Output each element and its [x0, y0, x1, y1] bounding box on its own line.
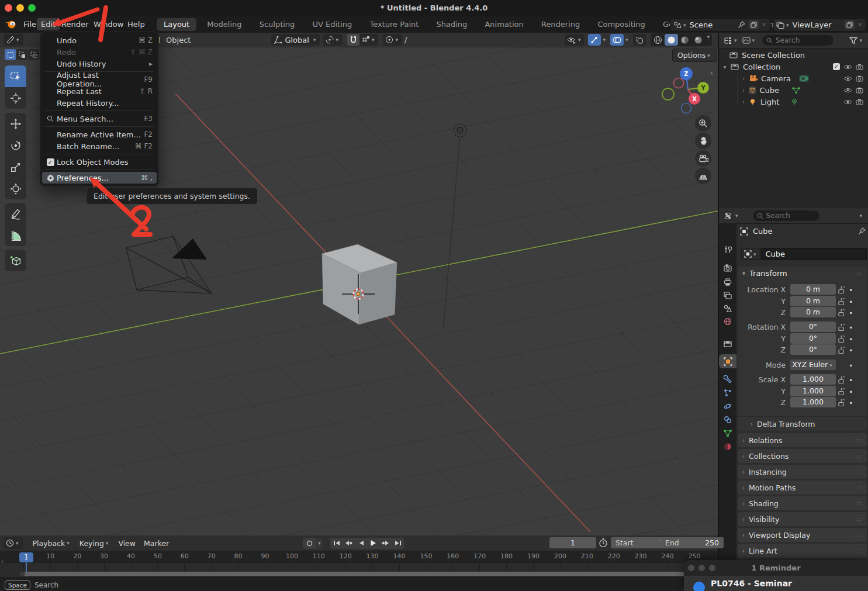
pan-view-button[interactable]	[695, 133, 711, 149]
gizmos-toggle-button[interactable]	[588, 34, 601, 46]
unlock-icon[interactable]	[838, 399, 845, 407]
select-mode-new-button[interactable]	[5, 49, 16, 60]
animate-dot-icon[interactable]: •	[849, 388, 853, 396]
transform-value-field[interactable]: 1.000	[790, 397, 836, 407]
unlock-icon[interactable]	[838, 347, 845, 354]
axis-x-negative-ball[interactable]	[674, 78, 684, 88]
section-viewport-display[interactable]: ›Viewport Display:::	[738, 528, 867, 542]
tool-cursor[interactable]	[5, 87, 26, 109]
object-menu[interactable]: Object	[161, 36, 195, 44]
workspace-tab-texture-paint[interactable]: Texture Paint	[362, 18, 426, 31]
unlock-icon[interactable]	[838, 388, 845, 396]
render-visibility-icon[interactable]	[856, 87, 863, 94]
rotation-mode-dropdown[interactable]: XYZ Euler▾	[790, 360, 836, 370]
tab-material[interactable]	[719, 440, 736, 454]
lock-and-animate[interactable]: •	[838, 388, 853, 396]
animate-dot-icon[interactable]: •	[849, 286, 853, 295]
unlock-icon[interactable]	[838, 376, 845, 384]
properties-search-input[interactable]: Search	[753, 210, 819, 221]
menu-item-repeat-history[interactable]: Repeat History...	[40, 97, 158, 109]
gizmos-dropdown-caret[interactable]: ▾	[603, 37, 606, 43]
render-visibility-icon[interactable]	[856, 75, 863, 82]
transform-value-field[interactable]: 0°	[790, 333, 836, 344]
zoom-view-button[interactable]	[695, 115, 711, 132]
panel-drag-dots[interactable]: :::	[855, 437, 862, 443]
section-shading[interactable]: ›Shading:::	[738, 496, 867, 510]
falloff-icon[interactable]: ∕	[402, 36, 409, 44]
shading-solid-button[interactable]	[665, 34, 678, 46]
transform-panel-header[interactable]: ▾ Transform :::	[738, 267, 867, 279]
tab-object[interactable]	[719, 354, 736, 368]
show-object-types-dropdown[interactable]: ▾	[565, 34, 585, 46]
section-instancing[interactable]: ›Instancing:::	[738, 465, 867, 479]
workspace-tab-compositing[interactable]: Compositing	[590, 18, 652, 31]
panel-drag-dots[interactable]: :::	[855, 500, 862, 506]
timeline-menu-view[interactable]: View	[114, 539, 140, 548]
timeline-menu-marker[interactable]: Marker	[140, 539, 173, 548]
frame-end-field[interactable]: End250	[660, 537, 724, 548]
axis-y-negative-ball[interactable]	[662, 88, 674, 100]
tool-transform[interactable]	[5, 178, 26, 199]
menu-help[interactable]: Help	[123, 18, 149, 30]
orthographic-toggle-button[interactable]	[695, 168, 711, 184]
properties-editor-type-button[interactable]: ▾	[725, 212, 740, 220]
tab-modifiers[interactable]	[719, 372, 736, 386]
shading-wireframe-button[interactable]	[651, 34, 665, 46]
animate-dot-icon[interactable]: •	[849, 323, 853, 332]
region-expand-icon[interactable]: ›	[1, 558, 4, 565]
snap-toggle-button[interactable]	[347, 34, 359, 46]
tool-move[interactable]	[5, 113, 26, 134]
lock-and-animate[interactable]: •	[838, 346, 853, 355]
tool-add-cube[interactable]	[5, 250, 26, 271]
notification-body[interactable]: PL0746 - Seminar	[684, 576, 868, 591]
tab-physics[interactable]	[719, 399, 736, 413]
axis-z-negative-ball[interactable]	[682, 103, 691, 113]
animate-dot-icon[interactable]: •	[849, 335, 853, 344]
animate-dot-icon[interactable]: •	[849, 346, 853, 355]
options-button[interactable]: Options▾	[672, 49, 717, 62]
menu-item-preferences[interactable]: Preferences...⌘ ,	[42, 172, 157, 184]
shading-dropdown-caret[interactable]: ▾	[707, 34, 710, 46]
animate-dot-icon[interactable]: •	[849, 298, 853, 306]
tab-constraints[interactable]	[719, 413, 736, 427]
auto-keyframe-dropdown[interactable]: ▾	[316, 538, 323, 549]
pin-icon[interactable]	[738, 21, 745, 29]
auto-keyframe-button[interactable]	[303, 538, 316, 549]
jump-to-end-button[interactable]	[392, 538, 404, 549]
workspace-tab-shading[interactable]: Shading	[429, 18, 474, 31]
menu-item-adjust-last-operation[interactable]: Adjust Last Operation...F9	[40, 74, 158, 85]
outliner-display-mode-button[interactable]: ▾	[724, 37, 739, 44]
outliner-row-collection[interactable]: ▾ Collection ✓	[719, 61, 868, 72]
outliner-filter-display-button[interactable]: ▾	[742, 37, 757, 44]
animate-dot-icon[interactable]: •	[849, 309, 853, 317]
transform-value-field[interactable]: 0 m	[790, 296, 836, 306]
panel-drag-dots[interactable]: :::	[855, 516, 862, 522]
timeline-menu-keying[interactable]: Keying▾	[75, 539, 115, 548]
workspace-tab-rendering[interactable]: Rendering	[534, 18, 587, 31]
tab-particles[interactable]	[719, 386, 736, 400]
tab-scene[interactable]	[719, 301, 736, 315]
jump-to-start-button[interactable]	[330, 538, 343, 549]
menu-item-rename-active-item[interactable]: Rename Active Item...F2	[40, 129, 158, 140]
properties-options-caret[interactable]: ▾	[859, 213, 862, 219]
tool-annotate[interactable]	[5, 203, 26, 224]
eye-icon[interactable]	[843, 87, 852, 94]
overlays-toggle-button[interactable]	[610, 34, 624, 46]
section-motion-paths[interactable]: ›Motion Paths:::	[738, 481, 867, 495]
workspace-tab-animation[interactable]: Animation	[478, 18, 530, 31]
camera-object[interactable]	[126, 236, 212, 293]
panel-drag-dots[interactable]: :::	[855, 453, 862, 459]
animate-dot-icon[interactable]: •	[849, 361, 853, 370]
transform-value-field[interactable]: 0 m	[790, 307, 836, 317]
timeline-scrollbar[interactable]	[20, 572, 711, 576]
unlock-icon[interactable]	[838, 309, 845, 317]
lock-and-animate[interactable]: •	[838, 376, 853, 385]
camera-view-button[interactable]	[695, 150, 711, 167]
cube-object[interactable]	[322, 244, 397, 324]
use-preview-range-button[interactable]	[599, 538, 608, 548]
select-mode-subtract-button[interactable]	[28, 49, 39, 60]
outliner-search-input[interactable]: Search	[762, 35, 834, 46]
expand-caret-icon[interactable]: ›	[740, 75, 747, 82]
tab-object-data[interactable]	[719, 426, 736, 440]
delta-transform-row[interactable]: › Delta Transform	[738, 416, 867, 431]
